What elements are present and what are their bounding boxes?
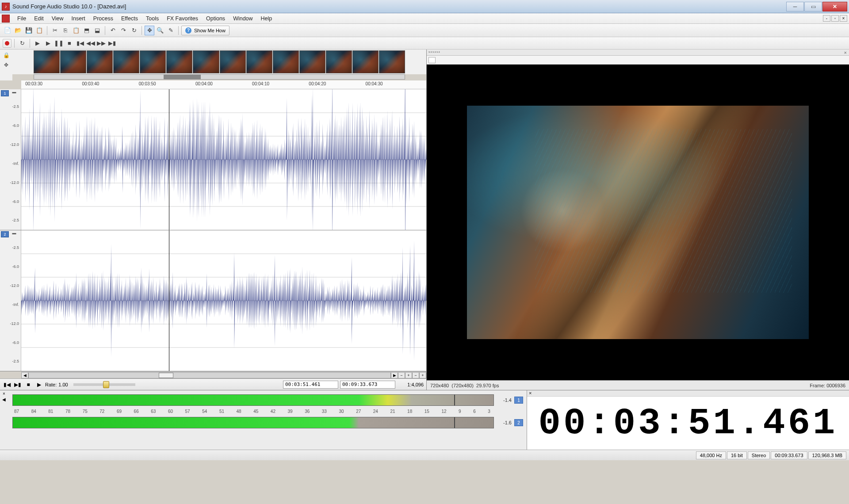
cut-icon[interactable]: ✂	[50, 26, 60, 35]
playhead[interactable]	[169, 89, 169, 230]
maximize-button[interactable]: ▭	[804, 2, 822, 11]
play-button[interactable]: ▶	[33, 38, 42, 48]
meter-scale: 8784817875726966636057545148454239363330…	[12, 409, 492, 414]
thumbnail	[246, 50, 272, 73]
horizontal-scrollbar[interactable]: ◀ ▶ − + − +	[21, 371, 426, 378]
scrollbar-thumb[interactable]	[159, 373, 173, 378]
snap-icon[interactable]: ✥	[2, 61, 10, 69]
meter-tick: 87	[14, 409, 19, 414]
menu-options[interactable]: Options	[202, 15, 229, 23]
meter-ch1-badge[interactable]: 1	[514, 397, 523, 404]
menu-fx-favorites[interactable]: FX Favorites	[163, 15, 202, 23]
meter-ch2[interactable]	[12, 417, 494, 428]
zoom-in-icon[interactable]: +	[405, 372, 412, 378]
save-as-icon[interactable]: 📋	[34, 26, 44, 35]
time-ruler[interactable]: 00:03:30 00:03:40 00:03:50 00:04:00 00:0…	[21, 80, 426, 89]
video-frame	[467, 106, 809, 339]
meters-close-icon[interactable]: ×	[3, 391, 5, 396]
vzoom-in-icon[interactable]: +	[419, 372, 426, 378]
meter-ch2-badge[interactable]: 2	[514, 419, 523, 426]
mdi-close[interactable]: ×	[840, 15, 847, 22]
waveform-channel-1[interactable]	[21, 89, 426, 230]
menu-effects[interactable]: Effects	[117, 15, 142, 23]
status-memory: 120,968.3 MB	[808, 451, 847, 459]
rate-slider[interactable]	[73, 383, 135, 386]
waveform-area[interactable]: 1▬ -2.5 -6.0 -12.0 -Inf. -12.0 -6.0 -2.5	[0, 89, 426, 371]
loop-button[interactable]: ↻	[17, 38, 27, 48]
vzoom-out-icon[interactable]: −	[412, 372, 419, 378]
video-ext-preview-icon[interactable]	[428, 57, 436, 63]
db-label: -2.5	[0, 359, 19, 363]
edit-tool-icon[interactable]: ✥	[145, 26, 154, 35]
menu-file[interactable]: File	[13, 15, 30, 23]
overview-bar[interactable]	[34, 74, 405, 80]
redo-icon[interactable]: ↷	[119, 26, 128, 35]
menu-process[interactable]: Process	[89, 15, 117, 23]
show-me-how-button[interactable]: ? Show Me How	[181, 26, 229, 35]
scroll-left-icon[interactable]: ◀	[21, 372, 28, 378]
menu-help[interactable]: Help	[257, 15, 276, 23]
repeat-icon[interactable]: ↻	[129, 26, 139, 35]
nav-go-start-icon[interactable]: ▮◀	[3, 381, 11, 389]
rate-slider-knob[interactable]	[103, 381, 109, 388]
menu-window[interactable]: Window	[229, 15, 256, 23]
channel-1-badge[interactable]: 1	[1, 90, 9, 96]
copy-icon[interactable]: ⎘	[61, 26, 70, 35]
minimize-button[interactable]: ─	[786, 2, 804, 11]
position-time-field[interactable]	[283, 381, 338, 389]
new-icon[interactable]: 📄	[3, 26, 12, 35]
status-length: 00:09:33.673	[771, 451, 807, 459]
total-time-field[interactable]	[340, 381, 395, 389]
video-pane-close-icon[interactable]: ×	[844, 50, 847, 55]
db-label: -2.5	[0, 104, 19, 109]
play-all-button[interactable]: ▶	[43, 38, 53, 48]
video-preview[interactable]	[427, 65, 849, 380]
meter-tick: 27	[356, 409, 361, 414]
mdi-minimize[interactable]: -	[823, 15, 830, 22]
nav-play-icon[interactable]: ▶	[34, 381, 43, 389]
paste-icon[interactable]: 📋	[71, 26, 81, 35]
undo-icon[interactable]: ↶	[108, 26, 118, 35]
save-icon[interactable]: 💾	[24, 26, 34, 35]
mdi-restore[interactable]: ▫	[831, 15, 839, 22]
rewind-button[interactable]: ◀◀	[86, 38, 96, 48]
meters-collapse-icon[interactable]: ◀	[2, 397, 6, 402]
meter-ch1[interactable]	[12, 394, 494, 406]
video-thumbnail-strip[interactable]	[12, 50, 426, 74]
menu-tools[interactable]: Tools	[142, 15, 163, 23]
record-button[interactable]	[3, 39, 11, 48]
doc-icon	[2, 15, 10, 23]
menu-edit[interactable]: Edit	[30, 15, 48, 23]
nav-go-end-icon[interactable]: ▶▮	[13, 381, 22, 389]
playhead[interactable]	[169, 230, 169, 371]
channel-2-badge[interactable]: 2	[1, 231, 9, 237]
magnify-tool-icon[interactable]: 🔍	[155, 26, 165, 35]
time-panel-close-icon[interactable]: ×	[529, 390, 532, 396]
pause-button[interactable]: ❚❚	[54, 38, 64, 48]
meter-tick: 81	[48, 409, 53, 414]
pencil-tool-icon[interactable]: ✎	[166, 26, 176, 35]
forward-button[interactable]: ▶▶	[96, 38, 106, 48]
big-time-display[interactable]: 00:03:51.461	[527, 397, 849, 450]
go-start-button[interactable]: ▮◀	[75, 38, 85, 48]
db-label: -12.0	[0, 180, 19, 185]
close-button[interactable]: ✕	[822, 2, 847, 11]
nav-stop-icon[interactable]: ■	[24, 381, 33, 389]
mix-icon[interactable]: ⬒	[82, 26, 92, 35]
meter-tick: 24	[373, 409, 378, 414]
zoom-out-icon[interactable]: −	[398, 372, 405, 378]
status-channels: Stereo	[748, 451, 770, 459]
channel-2-mute-icon[interactable]: ▬	[12, 231, 19, 236]
db-label: -2.5	[0, 245, 19, 250]
channel-1-mute-icon[interactable]: ▬	[12, 90, 19, 95]
stop-button[interactable]: ■	[65, 38, 74, 48]
scroll-right-icon[interactable]: ▶	[391, 372, 398, 378]
waveform-channel-2[interactable]	[21, 230, 426, 371]
trim-icon[interactable]: ⬓	[92, 26, 102, 35]
open-icon[interactable]: 📂	[13, 26, 23, 35]
menu-view[interactable]: View	[48, 15, 68, 23]
status-sample-rate: 48,000 Hz	[696, 451, 726, 459]
go-end-button[interactable]: ▶▮	[107, 38, 117, 48]
menu-insert[interactable]: Insert	[68, 15, 89, 23]
lock-icon[interactable]: 🔒	[2, 51, 10, 59]
